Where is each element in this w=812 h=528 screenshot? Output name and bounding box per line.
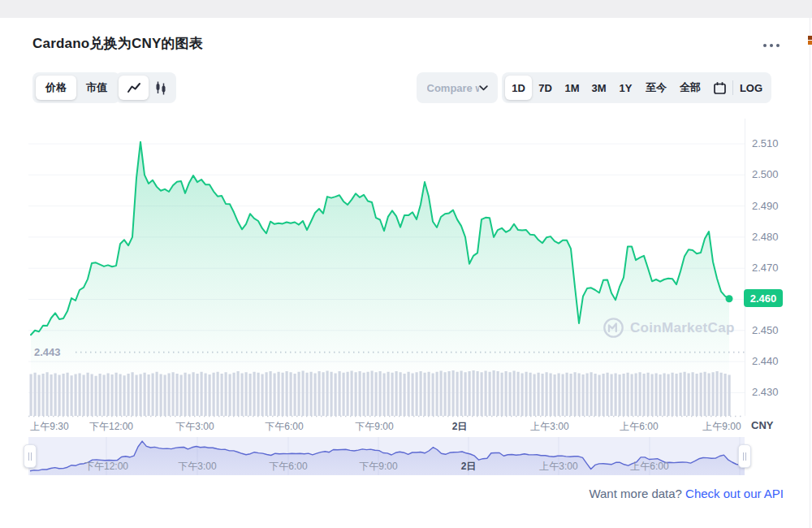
y-axis-tick: 2.430 [752,386,779,398]
x-axis-tick: 下午3:00 [175,420,214,434]
current-price-badge: 2.460 [744,289,783,307]
y-axis-tick: 2.440 [752,355,779,367]
x-axis-tick: 上午6:00 [620,420,658,434]
navigator-tick: 下午12:00 [84,460,128,474]
x-axis-tick: 下午6:00 [265,420,303,434]
y-axis-tick: 2.500 [752,168,779,180]
price-chart-plot[interactable] [0,0,812,528]
navigator-tick: 下午9:00 [359,460,397,474]
coinmarketcap-logo-icon [603,317,624,339]
y-axis-tick: 2.480 [752,231,779,243]
navigator-left-handle[interactable] [24,444,37,468]
x-axis-tick: 上午9:00 [702,420,741,434]
watermark-label: CoinMarketCap [630,320,735,336]
navigator-tick: 下午6:00 [269,460,307,474]
navigator-tick: 上午3:00 [539,460,577,474]
y-axis-tick: 2.510 [752,137,779,149]
last-price-marker [726,295,733,302]
navigator-tick: 下午3:00 [178,460,216,474]
watermark: CoinMarketCap [603,317,735,339]
y-axis-tick: 2.450 [752,324,779,336]
day-low-label: 2.443 [34,346,61,358]
api-link[interactable]: Check out our API [685,487,784,500]
x-axis-tick: 下午12:00 [89,420,133,434]
x-axis-tick: 下午9:00 [355,420,393,434]
y-axis-tick: 2.490 [752,200,779,212]
navigator-tick: 2日 [461,460,477,474]
y-axis-tick: 2.470 [752,262,779,274]
x-axis-tick: 上午3:00 [530,420,568,434]
x-axis-tick: 上午9:30 [30,420,68,434]
navigator-tick: 上午6:00 [630,460,668,474]
currency-unit-label: CNY [751,419,773,431]
navigator-right-handle[interactable] [738,444,751,468]
x-axis-tick: 2日 [452,420,468,434]
api-promo: Want more data? Check out our API [589,487,784,500]
chart-page: Cardano兑换为CNY的图表 价格 市值 Compare [0,0,812,528]
api-promo-text: Want more data? [589,487,682,500]
